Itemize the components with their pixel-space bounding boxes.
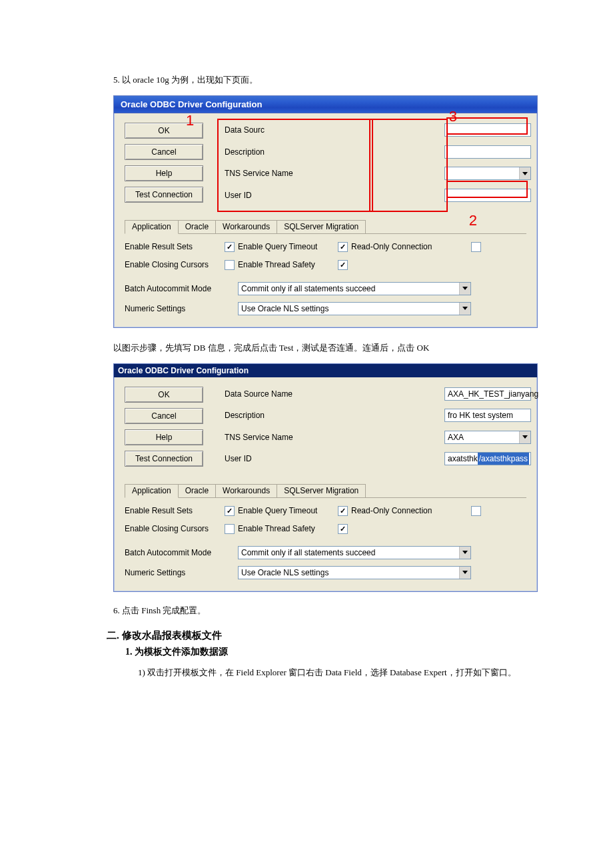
checkbox-enable-closing-cursors[interactable] xyxy=(225,260,235,270)
label-data-source: Data Source Name xyxy=(225,389,438,399)
label-description: Description xyxy=(225,147,438,157)
label-enable-result-sets: Enable Result Sets xyxy=(125,242,225,251)
label-tns: TNS Service Name xyxy=(225,433,438,442)
input-data-source[interactable]: AXA_HK_TEST_jianyang xyxy=(444,387,531,401)
checkbox-enable-query-timeout[interactable] xyxy=(338,242,348,252)
checkbox-enable-result-sets[interactable] xyxy=(225,506,235,516)
input-tns[interactable]: AXA xyxy=(444,431,531,444)
chevron-down-icon[interactable] xyxy=(459,547,470,559)
instruction-mid-text: 以图示步骤，先填写 DB 信息，完成后点击 Test，测试是否连通。连通后，点击… xyxy=(113,341,543,355)
dialog-title: Oracle ODBC Driver Configuration xyxy=(114,96,537,113)
label-userid: User ID xyxy=(225,191,438,200)
label-enable-closing-cursors: Enable Closing Cursors xyxy=(125,524,225,533)
input-userid[interactable]: axatsthk/axatsthkpass xyxy=(444,452,531,465)
tab-sqlserver-migration[interactable]: SQLServer Migration xyxy=(277,484,366,497)
chevron-down-icon[interactable] xyxy=(459,303,470,315)
tab-workarounds[interactable]: Workarounds xyxy=(215,220,277,233)
label-data-source: Data Sourc xyxy=(225,125,438,135)
select-batch-autocommit[interactable]: Commit only if all statements succeed xyxy=(238,282,471,295)
test-connection-button[interactable]: Test Connection xyxy=(125,187,203,203)
ok-button[interactable]: OK xyxy=(125,387,203,403)
label-enable-closing-cursors: Enable Closing Cursors xyxy=(125,260,225,269)
cancel-button[interactable]: Cancel xyxy=(125,144,203,160)
chevron-down-icon[interactable] xyxy=(459,567,470,579)
section-2-title: 二. 修改水晶报表模板文件 xyxy=(107,629,543,642)
chevron-down-icon[interactable] xyxy=(519,431,530,443)
select-numeric-settings[interactable]: Use Oracle NLS settings xyxy=(238,566,471,579)
label-description: Description xyxy=(225,411,438,420)
section-2-1-title: 1. 为模板文件添加数据源 xyxy=(125,646,543,658)
tab-application[interactable]: Application xyxy=(125,484,179,498)
tab-workarounds[interactable]: Workarounds xyxy=(215,484,277,497)
userid-plain: axatsthk xyxy=(448,453,478,465)
label-enable-result-sets: Enable Result Sets xyxy=(125,506,225,515)
label-batch-autocommit: Batch Autocommit Mode xyxy=(125,284,238,293)
cancel-button[interactable]: Cancel xyxy=(125,408,203,424)
label-enable-thread-safety: Enable Thread Safety xyxy=(238,524,338,533)
tab-oracle[interactable]: Oracle xyxy=(178,484,216,497)
tab-oracle[interactable]: Oracle xyxy=(178,220,216,233)
help-button[interactable]: Help xyxy=(125,429,203,445)
label-read-only-connection: Read-Only Connection xyxy=(351,242,471,251)
checkbox-read-only-connection[interactable] xyxy=(471,506,481,516)
checkbox-read-only-connection[interactable] xyxy=(471,242,481,252)
label-enable-thread-safety: Enable Thread Safety xyxy=(238,260,338,269)
tab-sqlserver-migration[interactable]: SQLServer Migration xyxy=(277,220,366,233)
step-6-text: 6. 点击 Finsh 完成配置。 xyxy=(113,604,543,618)
checkbox-enable-result-sets[interactable] xyxy=(225,242,235,252)
checkbox-enable-closing-cursors[interactable] xyxy=(225,524,235,534)
label-read-only-connection: Read-Only Connection xyxy=(351,506,471,515)
label-tns: TNS Service Name xyxy=(225,169,438,178)
chevron-down-icon[interactable] xyxy=(519,167,530,179)
input-description[interactable] xyxy=(444,145,531,159)
select-numeric-settings[interactable]: Use Oracle NLS settings xyxy=(238,302,471,315)
userid-selected: /axatsthkpass xyxy=(478,453,529,465)
label-userid: User ID xyxy=(225,454,438,463)
odbc-dialog-filled: Oracle ODBC Driver Configuration Data So… xyxy=(113,363,538,592)
checkbox-enable-thread-safety[interactable] xyxy=(338,524,348,534)
select-batch-autocommit[interactable]: Commit only if all statements succeed xyxy=(238,546,471,559)
odbc-dialog-empty: Oracle ODBC Driver Configuration 1 3 2 D… xyxy=(113,95,538,328)
label-numeric-settings: Numeric Settings xyxy=(125,304,238,313)
test-connection-button[interactable]: Test Connection xyxy=(125,451,203,467)
tab-strip: Application Oracle Workarounds SQLServer… xyxy=(125,483,526,498)
tab-application[interactable]: Application xyxy=(125,220,179,234)
input-userid[interactable] xyxy=(444,189,531,202)
help-button[interactable]: Help xyxy=(125,165,203,181)
ok-button[interactable]: OK xyxy=(125,123,203,139)
input-description[interactable]: fro HK test system xyxy=(444,409,531,422)
dialog-title: Oracle ODBC Driver Configuration xyxy=(114,364,537,377)
checkbox-enable-thread-safety[interactable] xyxy=(338,260,348,270)
label-numeric-settings: Numeric Settings xyxy=(125,568,238,577)
section-2-1-1-text: 1) 双击打开模板文件，在 Field Explorer 窗口右击 Data F… xyxy=(150,667,543,679)
label-batch-autocommit: Batch Autocommit Mode xyxy=(125,548,238,557)
step-5-text: 5. 以 oracle 10g 为例，出现如下页面。 xyxy=(113,73,543,87)
label-enable-query-timeout: Enable Query Timeout xyxy=(238,506,338,515)
checkbox-enable-query-timeout[interactable] xyxy=(338,506,348,516)
tab-strip: Application Oracle Workarounds SQLServer… xyxy=(125,219,526,234)
label-enable-query-timeout: Enable Query Timeout xyxy=(238,242,338,251)
input-tns[interactable] xyxy=(444,167,531,180)
chevron-down-icon[interactable] xyxy=(459,283,470,295)
input-data-source[interactable] xyxy=(444,123,531,137)
